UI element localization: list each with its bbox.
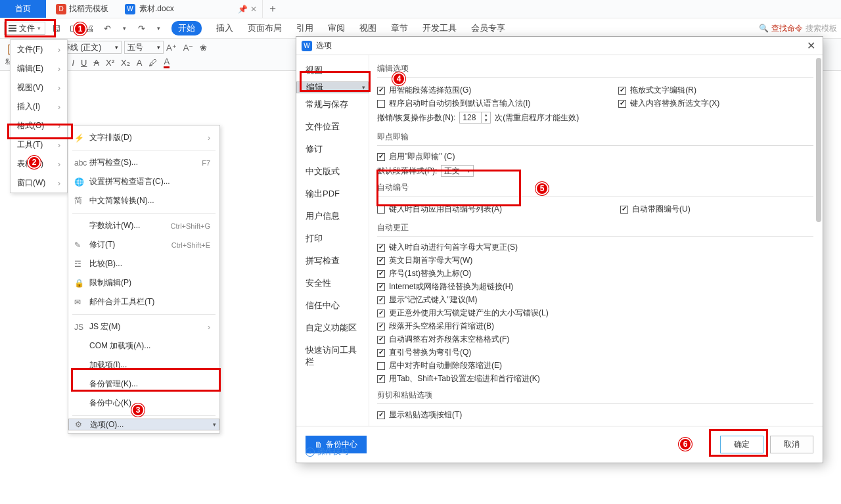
strikethrough-button[interactable]: A <box>93 58 99 68</box>
tab-view[interactable]: 视图 <box>359 22 376 34</box>
ok-button[interactable]: 确定 <box>720 436 763 453</box>
dialog-nav-item-4[interactable]: 修订 <box>296 138 369 160</box>
undo-icon[interactable]: ↶ <box>102 24 112 34</box>
tab-home[interactable]: 首页 <box>0 0 46 18</box>
font-family-select[interactable]: 等线 (正文)▾ <box>59 41 122 54</box>
highlight-button[interactable]: 🖊 <box>148 58 157 68</box>
dialog-nav-item-5[interactable]: 中文版式 <box>296 160 369 183</box>
menu-insert[interactable]: 插入(I) <box>11 97 67 116</box>
opt-ac3[interactable]: 序号(1st)替换为上标(O) <box>377 268 813 279</box>
subscript-button[interactable]: X₂ <box>121 58 130 68</box>
tab-dev[interactable]: 开发工具 <box>422 22 457 34</box>
dialog-nav-item-11[interactable]: 信任中心 <box>296 294 369 317</box>
submenu-item-5[interactable]: ✎修订(T)Ctrl+Shift+E <box>68 235 219 254</box>
dialog-nav-item-12[interactable]: 自定义功能区 <box>296 317 369 339</box>
dialog-nav-item-2[interactable]: 常规与保存 <box>296 93 369 116</box>
opt-ac7[interactable]: 段落开头空格采用行首缩进(B) <box>377 321 813 332</box>
menu-window[interactable]: 窗口(W) <box>11 173 67 193</box>
opt-ac1[interactable]: 键入时自动进行句首字母大写更正(S) <box>377 242 813 253</box>
opt-ac11[interactable]: 用Tab、Shift+Tab设置左缩进和首行缩进(K) <box>377 373 813 384</box>
opt-click-and-type[interactable]: 启用"即点即输" (C) <box>377 151 813 162</box>
tab-find-templates[interactable]: D 找稻壳模板 <box>46 0 118 18</box>
undo-steps-input[interactable]: 128 ▲▼ <box>459 112 491 124</box>
dropdown-icon[interactable]: ▾ <box>119 25 129 32</box>
font-color-button[interactable]: A <box>164 57 170 68</box>
dialog-nav-item-10[interactable]: 安全性 <box>296 272 369 294</box>
close-icon[interactable]: ✕ <box>804 39 817 52</box>
tab-page-layout[interactable]: 页面布局 <box>248 22 282 34</box>
italic-button[interactable]: I <box>72 58 74 68</box>
opt-smart-paragraph[interactable]: 用智能段落选择范围(G) <box>377 85 579 96</box>
tab-insert[interactable]: 插入 <box>216 22 233 34</box>
print-icon[interactable]: 🖨 <box>85 24 95 34</box>
opt-circle-number[interactable]: 自动带圈编号(U) <box>620 204 691 215</box>
tab-document[interactable]: W 素材.docx 📌 ✕ <box>118 0 263 18</box>
new-tab-button[interactable]: ＋ <box>263 0 283 18</box>
font-size-select[interactable]: 五号▾ <box>124 41 164 54</box>
default-style-select[interactable]: 正文 <box>441 165 474 177</box>
opt-paste-options[interactable]: 显示粘贴选项按钮(T) <box>377 409 813 421</box>
tab-section[interactable]: 章节 <box>391 22 408 34</box>
spin-up-icon[interactable]: ▲ <box>482 112 490 118</box>
tab-review[interactable]: 审阅 <box>328 22 345 34</box>
opt-ac4[interactable]: Internet或网络路径替换为超链接(H) <box>377 281 813 292</box>
save-icon[interactable]: 🖫 <box>51 24 61 34</box>
submenu-item-3[interactable]: 简中文简繁转换(N)... <box>68 191 219 210</box>
dialog-nav-item-1[interactable]: 编辑 <box>296 81 369 93</box>
opt-ac9[interactable]: 直引号替换为弯引号(Q) <box>377 347 813 358</box>
tips-link[interactable]: i 操作技巧 <box>306 446 349 457</box>
submenu-item-8[interactable]: ✉邮件合并工具栏(T) <box>68 292 219 311</box>
menu-view[interactable]: 视图(V) <box>11 78 67 97</box>
find-command-link[interactable]: 查找命令 <box>771 23 803 34</box>
tab-vip[interactable]: 会员专享 <box>471 22 505 34</box>
opt-ac5[interactable]: 显示"记忆式键入"建议(M) <box>377 294 813 306</box>
opt-replace-selection[interactable]: 键入内容替换所选文字(X) <box>618 98 719 109</box>
print-preview-icon[interactable]: 🗋 <box>68 24 78 34</box>
menu-edit[interactable]: 编辑(E) <box>11 59 67 78</box>
menu-table[interactable]: 表格(A) <box>11 154 67 173</box>
dialog-nav-item-3[interactable]: 文件位置 <box>296 116 369 138</box>
scrollbar-thumb[interactable] <box>816 58 821 222</box>
menu-tools[interactable]: 工具(T) <box>11 135 67 154</box>
file-button[interactable]: 文件 ▾ <box>4 22 45 35</box>
opt-ac10[interactable]: 居中对齐时自动删除段落缩进(E) <box>377 360 813 371</box>
submenu-item-7[interactable]: 🔒限制编辑(P) <box>68 273 219 292</box>
change-case-button[interactable]: A <box>137 58 143 68</box>
submenu-item-11[interactable]: 加载项(I)... <box>68 355 219 375</box>
dialog-nav-item-6[interactable]: 输出PDF <box>296 183 369 205</box>
menu-file[interactable]: 文件(F) <box>11 40 67 59</box>
chevron-down-icon[interactable]: ▾ <box>153 25 164 32</box>
redo-icon[interactable]: ↷ <box>136 24 147 34</box>
submenu-item-13[interactable]: 备份中心(K) <box>68 394 219 413</box>
submenu-item-12[interactable]: 备份管理(K)... <box>68 375 219 394</box>
submenu-item-6[interactable]: ☲比较(B)... <box>68 254 219 273</box>
increase-font-icon[interactable]: A⁺ <box>166 43 177 53</box>
submenu-item-4[interactable]: 字数统计(W)...Ctrl+Shift+G <box>68 216 219 235</box>
search-placeholder[interactable]: 搜索模板 <box>806 23 837 34</box>
dialog-nav-item-0[interactable]: 视图 <box>296 59 369 81</box>
close-tab-icon[interactable]: ✕ <box>250 5 257 14</box>
dialog-nav-item-9[interactable]: 拼写检查 <box>296 250 369 272</box>
dialog-nav-item-13[interactable]: 快速访问工具栏 <box>296 339 369 373</box>
submenu-item-14[interactable]: ⚙选项(O)... <box>68 419 219 430</box>
tab-reference[interactable]: 引用 <box>296 22 313 34</box>
opt-drag-edit[interactable]: 拖放式文字编辑(R) <box>618 85 719 96</box>
dialog-nav-item-8[interactable]: 打印 <box>296 227 369 250</box>
underline-button[interactable]: U <box>81 58 87 68</box>
decrease-font-icon[interactable]: A⁻ <box>183 43 194 53</box>
menu-format[interactable]: 格式(O) <box>11 116 67 135</box>
pin-icon[interactable]: 📌 <box>238 5 248 14</box>
submenu-item-9[interactable]: JSJS 宏(M) <box>68 317 219 336</box>
tab-start[interactable]: 开始 <box>171 21 202 35</box>
scrollbar[interactable] <box>816 58 821 423</box>
submenu-item-0[interactable]: ⚡文字排版(D) <box>68 128 219 147</box>
superscript-button[interactable]: X² <box>106 58 114 68</box>
spin-down-icon[interactable]: ▼ <box>482 118 490 123</box>
opt-auto-number-list[interactable]: 键入时自动应用自动编号列表(A) <box>377 204 502 215</box>
phonetic-icon[interactable]: ❀ <box>200 43 207 53</box>
submenu-item-1[interactable]: abc拼写检查(S)...F7 <box>68 153 219 172</box>
submenu-item-10[interactable]: COM 加载项(A)... <box>68 336 219 355</box>
opt-ac8[interactable]: 自动调整右对齐段落末空格格式(F) <box>377 334 813 345</box>
dialog-nav-item-7[interactable]: 用户信息 <box>296 205 369 227</box>
opt-ac2[interactable]: 英文日期首字母大写(W) <box>377 255 813 266</box>
